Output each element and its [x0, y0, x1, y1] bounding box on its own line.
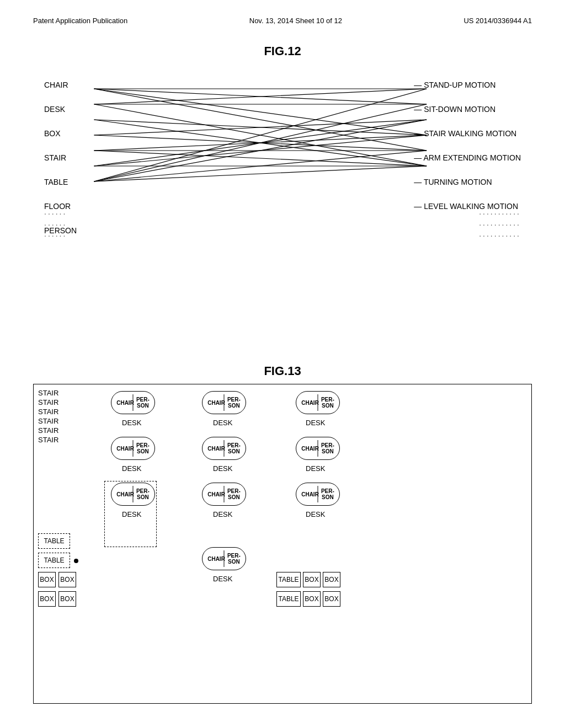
svg-line-15 [94, 135, 427, 166]
header-left: Patent Application Publication [33, 17, 127, 25]
oval-person-r2c3: PER-SON [320, 442, 334, 454]
svg-line-14 [94, 120, 427, 166]
box-1: BOX [38, 572, 56, 587]
desk-r1c3: DESK [306, 419, 325, 427]
oval-person-r3c3: PER-SON [320, 488, 334, 500]
box-2: BOX [58, 572, 76, 587]
dot-line-r1: ........... [479, 207, 521, 216]
header-right: US 2014/0336944 A1 [463, 17, 532, 25]
dots-left: ...... ...... ...... [44, 207, 67, 238]
fig13-title: FIG.13 [33, 364, 532, 378]
svg-line-19 [94, 120, 427, 181]
dot-line-3: ...... [44, 229, 67, 238]
svg-line-2 [94, 89, 427, 135]
fig12-right-labels: — STAND-UP MOTION — SIT-DOWN MOTION — ST… [414, 81, 521, 211]
dot-line-1: ...... [44, 207, 67, 216]
table-right-2: TABLE [276, 591, 301, 607]
oval-chair-person-r2c1: CHAIR PER-SON [111, 437, 155, 460]
box-4: BOX [58, 591, 76, 607]
desk-r3c2: DESK [213, 510, 232, 518]
label-sitdown: — SIT-DOWN MOTION [414, 105, 521, 114]
dot-line-2: ...... [44, 218, 67, 227]
desk-r4c2: DESK [213, 575, 232, 583]
svg-line-3 [94, 89, 427, 151]
stair-4: STAIR [38, 417, 58, 425]
oval-chair-person-r3c1: CHAIR PER-SON [111, 483, 155, 506]
desk-r1c2: DESK [213, 419, 232, 427]
stair-5: STAIR [38, 426, 58, 435]
oval-chair-person-r3c2: CHAIR PER-SON [202, 483, 246, 506]
table-box-1: TABLE [38, 533, 70, 549]
fig12-title: FIG.12 [33, 44, 532, 58]
svg-line-9 [94, 120, 427, 135]
oval-chair-person-r1c2: CHAIR PER-SON [202, 391, 246, 414]
dot-line-r3: ........... [479, 229, 521, 238]
box-right-2: BOX [323, 572, 340, 587]
header-middle: Nov. 13, 2014 Sheet 10 of 12 [249, 17, 342, 25]
oval-chair-person-r2c3: CHAIR PER-SON [296, 437, 340, 460]
box-right-1: BOX [303, 572, 321, 587]
oval-person-r3c1: PER-SON [135, 488, 150, 500]
oval-chair-person-r3c3: CHAIR PER-SON [296, 483, 340, 506]
bullet-dot [74, 559, 78, 563]
box-3: BOX [38, 591, 56, 607]
label-armextending: — ARM EXTENDING MOTION [414, 153, 521, 162]
oval-person-r2c1: PER-SON [135, 442, 150, 454]
desk-r3c1: DESK [122, 510, 141, 518]
svg-line-8 [94, 120, 427, 166]
fig12-diagram: CHAIR DESK BOX STAIR TABLE FLOOR PERSON … [33, 64, 532, 296]
label-desk: DESK [44, 105, 77, 114]
svg-line-21 [94, 166, 427, 181]
oval-chair-person-r4c2: CHAIR PER-SON [202, 547, 246, 570]
svg-line-4 [94, 89, 427, 104]
desk-r1c1: DESK [122, 419, 141, 427]
svg-line-13 [94, 151, 427, 166]
dots-right: ........... ........... ........... [479, 207, 521, 238]
svg-line-7 [94, 120, 427, 135]
label-table: TABLE [44, 178, 77, 186]
stair-1: STAIR [38, 389, 58, 397]
stair-6: STAIR [38, 436, 58, 444]
table-right-1: TABLE [276, 572, 301, 587]
stair-3: STAIR [38, 408, 58, 416]
svg-line-11 [94, 135, 427, 151]
oval-person-r4c2: PER-SON [226, 553, 241, 565]
label-box: BOX [44, 129, 77, 138]
fig13-section: FIG.13 STAIR STAIR STAIR STAIR STAIR STA… [33, 364, 532, 704]
label-stair: STAIR [44, 153, 77, 162]
svg-line-6 [94, 104, 427, 166]
svg-line-17 [94, 89, 427, 181]
box-right-3: BOX [303, 591, 321, 607]
oval-person-r1c3: PER-SON [320, 397, 334, 409]
stair-2: STAIR [38, 398, 58, 406]
oval-person-r3c2: PER-SON [226, 488, 241, 500]
svg-line-1 [94, 89, 427, 104]
oval-person-r1c1: PER-SON [135, 397, 150, 409]
fig12-section: FIG.12 [33, 44, 532, 296]
dot-line-r2: ........... [479, 218, 521, 227]
label-turning: — TURNING MOTION [414, 178, 521, 186]
page-header: Patent Application Publication Nov. 13, … [0, 0, 565, 25]
svg-line-10 [94, 135, 427, 151]
label-standup: — STAND-UP MOTION [414, 81, 521, 89]
oval-person-r1c2: PER-SON [226, 397, 241, 409]
table-box-2: TABLE [38, 553, 70, 568]
oval-person-r2c2: PER-SON [226, 442, 241, 454]
svg-line-18 [94, 104, 427, 181]
desk-r2c3: DESK [306, 464, 325, 473]
stair-column: STAIR STAIR STAIR STAIR STAIR STAIR [38, 389, 58, 444]
desk-r3c3: DESK [306, 510, 325, 518]
svg-line-20 [94, 151, 427, 181]
label-stairwalking: — STAIR WALKING MOTION [414, 129, 521, 138]
oval-chair-person-r1c1: CHAIR PER-SON [111, 391, 155, 414]
box-right-4: BOX [323, 591, 340, 607]
fig13-diagram: STAIR STAIR STAIR STAIR STAIR STAIR CHAI… [33, 384, 532, 704]
oval-chair-person-r2c2: CHAIR PER-SON [202, 437, 246, 460]
label-chair: CHAIR [44, 81, 77, 89]
desk-r2c2: DESK [213, 464, 232, 473]
oval-chair-person-r1c3: CHAIR PER-SON [296, 391, 340, 414]
desk-r2c1: DESK [122, 464, 141, 473]
